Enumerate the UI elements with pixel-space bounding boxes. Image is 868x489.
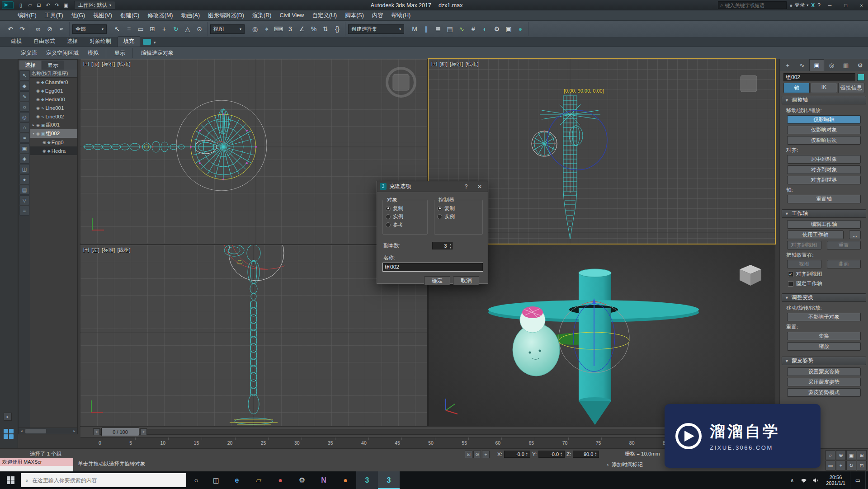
viewport-top[interactable]: [+][顶][标准][线框] xyxy=(80,59,427,244)
time-slider-handle[interactable]: 0 / 100 xyxy=(101,428,139,436)
pan-view-icon[interactable]: + xyxy=(836,461,846,470)
project-folder-icon[interactable]: ▣ xyxy=(61,1,71,9)
mirror-icon[interactable]: M xyxy=(409,23,420,35)
ribbon-tab[interactable]: 自由形式 xyxy=(28,37,61,47)
viewport-label[interactable]: [标准] xyxy=(450,61,463,68)
onenote-icon[interactable]: N xyxy=(313,471,335,489)
menu-item[interactable]: 组(G) xyxy=(67,10,90,20)
taskbar-clock[interactable]: 20:56 2021/1/1 xyxy=(821,475,850,486)
viewport-label[interactable]: [标准] xyxy=(102,247,115,254)
ribbon-tab[interactable]: 填充 xyxy=(118,36,140,47)
unlink-selection-icon[interactable]: ⊘ xyxy=(44,23,56,35)
create-tab-icon[interactable]: + xyxy=(781,59,795,71)
select-and-move-icon[interactable]: + xyxy=(158,23,170,35)
browser-icon[interactable]: ● xyxy=(269,471,291,489)
3ds-max-active-icon[interactable]: 3 xyxy=(378,471,400,489)
exchange-store-icon[interactable]: X xyxy=(811,2,815,9)
filter-materials-icon[interactable]: ● xyxy=(19,174,29,184)
lock-working-pivot-checkbox[interactable]: 固定工作轴 xyxy=(788,280,860,287)
rollout-header[interactable]: ▼ 调整轴 xyxy=(782,96,866,104)
dialog-help-button[interactable]: ? xyxy=(461,183,472,190)
motion-tab-icon[interactable]: ◎ xyxy=(825,59,839,71)
filter-helpers-icon[interactable]: ⌂ xyxy=(19,122,29,132)
use-pivot-center-icon[interactable]: ◎ xyxy=(249,23,261,35)
dialog-title-bar[interactable]: 3 克隆选项 ? ✕ xyxy=(377,181,488,192)
hidden-icons-chevron[interactable]: ∧ xyxy=(786,471,798,489)
ribbon-tab[interactable]: 建模 xyxy=(5,37,27,47)
layer-explorer-icon[interactable]: ≣ xyxy=(432,23,444,35)
previous-frame-icon[interactable]: < xyxy=(93,428,100,435)
set-skin-pose-button[interactable]: 设置蒙皮姿势 xyxy=(787,367,861,376)
maximize-button[interactable]: □ xyxy=(839,1,852,9)
populate-icon[interactable] xyxy=(143,39,151,45)
action-center-icon[interactable]: ▭ xyxy=(850,471,865,489)
zoom-extents-icon[interactable]: ▣ xyxy=(846,450,856,460)
filter-geometry-icon[interactable]: ◆ xyxy=(19,81,29,91)
dont-affect-children-button[interactable]: 不影响子对象 xyxy=(787,313,861,321)
scene-object-row[interactable]: ◉ ◆ Hedra00 xyxy=(30,95,77,103)
viewport-label[interactable]: [标准] xyxy=(102,61,115,68)
display-tab-icon[interactable]: ▥ xyxy=(839,59,853,71)
viewport-left[interactable]: [+][左][标准][线框] xyxy=(80,245,427,426)
explorer-hscrollbar[interactable]: ◂ ▸ xyxy=(19,428,77,434)
menu-item[interactable]: 内容 xyxy=(368,10,387,20)
expand-panel-icon[interactable]: ▸ xyxy=(4,413,12,421)
zoom-region-icon[interactable]: ▭ xyxy=(826,461,835,470)
align-to-world-button[interactable]: 对齐到世界 xyxy=(787,176,861,184)
reset-pivot-button[interactable]: 重置轴 xyxy=(787,195,861,203)
modify-tab-icon[interactable]: ∿ xyxy=(795,59,809,71)
filter-groups-icon[interactable]: ▣ xyxy=(19,143,29,153)
viewport-label[interactable]: [前] xyxy=(439,61,448,68)
network-icon[interactable] xyxy=(798,471,810,489)
viewport-label[interactable]: [+] xyxy=(83,247,89,254)
select-and-scale-icon[interactable]: △ xyxy=(182,23,193,35)
filter-spacewarps-icon[interactable]: ≈ xyxy=(19,133,29,143)
reference-coordinate-dropdown[interactable]: 视图▾ xyxy=(210,24,245,34)
ribbon-tool-button[interactable]: 模拟 xyxy=(83,48,106,58)
orbit-icon[interactable]: ↻ xyxy=(846,461,856,470)
object-name-field[interactable] xyxy=(783,73,855,81)
explorer-tab[interactable]: 选择 xyxy=(19,61,41,70)
visibility-eye-icon[interactable]: ◉ xyxy=(36,114,40,119)
maxscript-macro-recorder[interactable]: 欢迎使用 MAXScr xyxy=(0,458,73,466)
use-working-pivot-button[interactable]: 使用工作轴 xyxy=(787,230,844,239)
ribbon-tool-button[interactable]: 定义流 xyxy=(16,48,42,58)
menu-item[interactable]: 图形编辑器(D) xyxy=(204,10,248,20)
hierarchy-mode-button[interactable]: 轴 xyxy=(783,83,810,93)
assume-skin-pose-button[interactable]: 采用蒙皮姿势 xyxy=(787,378,861,386)
scene-object-row[interactable]: ◉ ◆ Egg001 xyxy=(30,86,77,95)
undo-qat-icon[interactable]: ↶ xyxy=(43,1,52,9)
window-crossing-icon[interactable]: ⊞ xyxy=(146,23,158,35)
show-desktop-button[interactable] xyxy=(865,471,868,489)
keyboard-override-icon[interactable]: ⌨ xyxy=(273,23,284,35)
align-to-object-button[interactable]: 对齐到对象 xyxy=(787,165,861,174)
edit-named-sets-icon[interactable]: {} xyxy=(331,23,343,35)
task-view-icon[interactable]: ◫ xyxy=(206,471,226,489)
menu-item[interactable]: 自定义(U) xyxy=(308,10,341,20)
selection-filter-dropdown[interactable]: 全部▾ xyxy=(72,24,107,34)
ribbon-expand-icon[interactable]: ▾ xyxy=(154,40,156,45)
render-setup-icon[interactable]: ⚙ xyxy=(491,23,503,35)
explorer-tab[interactable]: 显示 xyxy=(42,61,64,70)
named-selection-sets-dropdown[interactable]: 创建选择集▾ xyxy=(348,24,404,34)
visibility-eye-icon[interactable]: ◉ xyxy=(36,97,40,102)
viewport-label[interactable]: [左] xyxy=(91,247,99,254)
ribbon-tool-button[interactable]: 定义空闲区域 xyxy=(42,48,83,58)
add-time-tag[interactable]: ◔ 添加时间标记 xyxy=(606,461,643,468)
expand-arrow-icon[interactable]: ▾ xyxy=(31,132,36,136)
explorer-select-icon[interactable]: ↖ xyxy=(19,71,29,80)
working-pivot-options-button[interactable]: ... xyxy=(849,230,861,239)
menu-item[interactable]: 视图(V) xyxy=(89,10,116,20)
3ds-max-taskbar-icon[interactable]: 3 xyxy=(356,471,378,489)
scene-object-row[interactable]: ◉ ∿ Line001 xyxy=(30,103,77,112)
curve-editor-icon[interactable]: ∿ xyxy=(456,23,467,35)
visibility-eye-icon[interactable]: ◉ xyxy=(36,132,40,136)
workspace-grid-icon[interactable] xyxy=(4,429,14,440)
undo-icon[interactable]: ↶ xyxy=(5,23,16,35)
select-by-name-icon[interactable]: ≡ xyxy=(123,23,135,35)
scene-object-row[interactable]: ◉ ◆ Hedra xyxy=(30,146,77,155)
filter-lights-icon[interactable]: ☼ xyxy=(19,102,29,112)
maximize-viewport-icon[interactable]: ⊡ xyxy=(857,461,867,470)
viewport-label[interactable]: [线框] xyxy=(117,61,130,68)
file-explorer-icon[interactable]: ▱ xyxy=(248,471,269,489)
